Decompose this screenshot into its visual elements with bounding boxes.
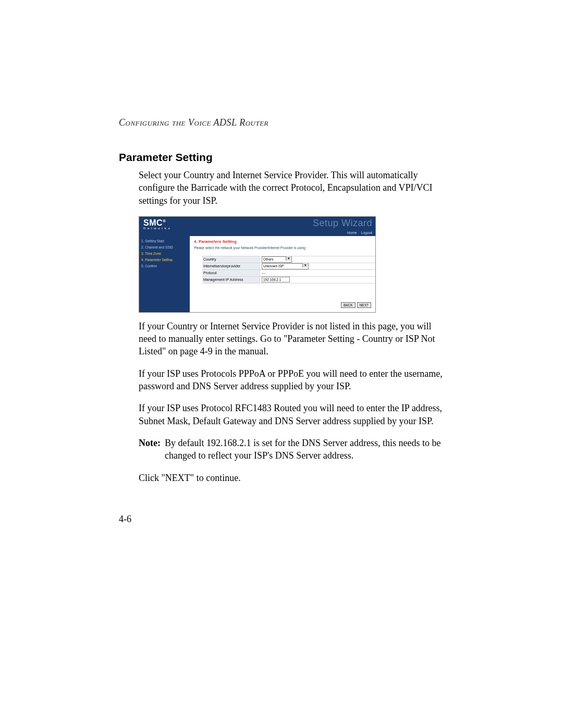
paragraph-not-listed: If your Country or Internet Service Prov… bbox=[139, 320, 443, 358]
paragraph-pppoa: If your ISP uses Protocols PPPoA or PPPo… bbox=[139, 367, 443, 393]
note-block: Note: By default 192.168.2.1 is set for … bbox=[139, 437, 443, 462]
running-header: Configuring the Voice ADSL Router bbox=[119, 117, 443, 128]
isp-label: Internetserviceprovider bbox=[202, 263, 260, 269]
section-title: Parameter Setting bbox=[119, 151, 443, 164]
back-button[interactable]: BACK bbox=[341, 302, 356, 308]
note-text: By default 192.168.2.1 is set for the DN… bbox=[165, 437, 443, 462]
country-label: Country bbox=[202, 256, 260, 263]
wizard-sidebar: 1. Getting Start 2. Channel and SSID 3. … bbox=[139, 236, 190, 312]
page-number: 4-6 bbox=[119, 514, 131, 525]
home-link[interactable]: Home bbox=[347, 231, 357, 235]
smc-logo: SMC® N e t w o r k s bbox=[143, 218, 170, 230]
logo-registered: ® bbox=[163, 219, 166, 224]
paragraph-click-next: Click "NEXT" to continue. bbox=[139, 472, 443, 484]
wizard-instruction: Please select the network your Network P… bbox=[194, 246, 375, 250]
logo-subtext: N e t w o r k s bbox=[143, 227, 170, 230]
top-links: Home Logout bbox=[344, 231, 372, 235]
protocol-value: --- bbox=[262, 271, 265, 275]
sidebar-item-time-zone[interactable]: 3. Time Zone bbox=[141, 252, 188, 255]
country-select[interactable]: Others bbox=[262, 256, 292, 263]
isp-select[interactable]: Unknown ISP bbox=[262, 263, 309, 269]
paragraph-rfc1483: If your ISP uses Protocol RFC1483 Routed… bbox=[139, 402, 443, 427]
setup-wizard-title: Setup Wizard bbox=[313, 218, 372, 229]
router-header: SMC® N e t w o r k s Setup Wizard Home L… bbox=[139, 217, 375, 236]
intro-paragraph: Select your Country and Internet Service… bbox=[139, 169, 443, 207]
note-label: Note: bbox=[139, 437, 161, 462]
wizard-main: 4. Parameters Setting Please select the … bbox=[190, 236, 375, 312]
protocol-label: Protocol bbox=[202, 270, 260, 276]
parameters-form: Country Others Internetserviceprovider U… bbox=[202, 256, 375, 283]
router-ui-screenshot: SMC® N e t w o r k s Setup Wizard Home L… bbox=[139, 216, 376, 313]
mgmt-ip-input[interactable]: 192.168.2.1 bbox=[262, 277, 290, 282]
sidebar-item-confirm[interactable]: 5. Confirm bbox=[141, 264, 188, 268]
wizard-step-title: 4. Parameters Setting bbox=[194, 239, 375, 244]
next-button[interactable]: NEXT bbox=[357, 302, 371, 308]
sidebar-item-getting-start[interactable]: 1. Getting Start bbox=[141, 239, 188, 243]
logout-link[interactable]: Logout bbox=[361, 231, 372, 235]
mgmt-ip-label: Management IP Address bbox=[202, 277, 260, 283]
logo-text: SMC bbox=[143, 218, 163, 227]
sidebar-item-parameter-setting[interactable]: 4. Parameter Setting bbox=[141, 258, 188, 262]
sidebar-item-channel-ssid[interactable]: 2. Channel and SSID bbox=[141, 245, 188, 249]
